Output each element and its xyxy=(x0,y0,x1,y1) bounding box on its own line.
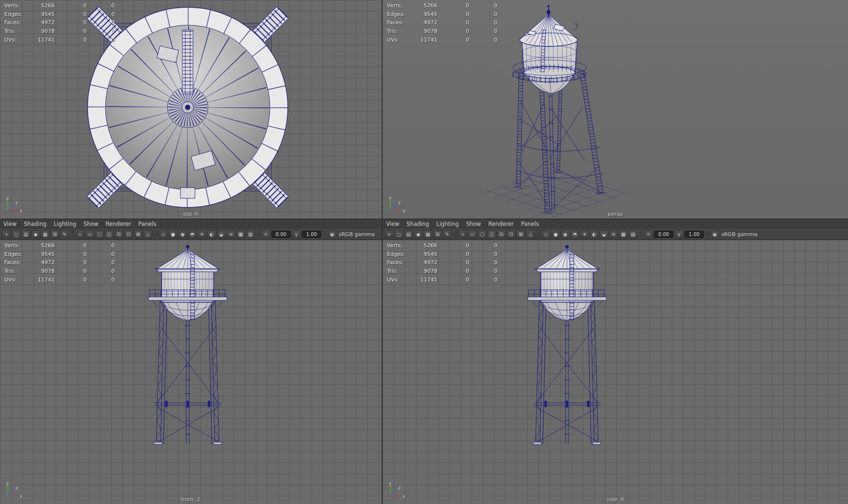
lock-camera-icon[interactable]: ◻ xyxy=(394,230,403,238)
wireframe-icon[interactable]: ◇ xyxy=(159,230,168,238)
menu-item[interactable]: View xyxy=(386,221,399,227)
front-view-wireframe xyxy=(0,240,382,504)
select-camera-icon[interactable]: ⌖ xyxy=(2,230,11,238)
bookmarks-icon[interactable]: ◆ xyxy=(31,230,40,238)
resolution-gate-icon[interactable]: ▢ xyxy=(477,230,487,238)
film-gate-icon[interactable]: ▭ xyxy=(468,230,477,238)
isolate-select-icon[interactable]: △ xyxy=(526,230,535,238)
color-management-icon[interactable]: ◉ xyxy=(710,230,719,238)
film-gate-icon[interactable]: ▭ xyxy=(85,230,94,238)
top-view-wireframe xyxy=(0,0,382,219)
resolution-gate-icon[interactable]: ▢ xyxy=(95,230,104,238)
safe-action-icon[interactable]: ⊡ xyxy=(506,230,516,238)
default-material-icon[interactable]: ◓ xyxy=(570,230,580,238)
menu-item[interactable]: View xyxy=(3,221,16,227)
isolate-select-icon[interactable]: △ xyxy=(143,230,152,238)
grid-icon[interactable]: ⌗ xyxy=(75,230,85,238)
axis-gizmo: x y z xyxy=(386,480,408,501)
textured-icon[interactable]: ◉ xyxy=(178,230,187,238)
gamma-field[interactable]: 1.00 xyxy=(684,231,704,238)
axis-gizmo: x y z xyxy=(386,195,408,215)
anti-alias-icon[interactable]: ▩ xyxy=(236,230,245,238)
xray-icon[interactable]: ▨ xyxy=(628,230,638,238)
lighting-icon[interactable]: ☀ xyxy=(580,230,589,238)
menu-item[interactable]: Panels xyxy=(521,221,539,227)
toolbar-separator xyxy=(538,231,539,237)
z-axis-label: z xyxy=(398,200,401,205)
field-chart-icon[interactable]: ⊟ xyxy=(497,230,506,238)
motion-blur-icon[interactable]: ≋ xyxy=(226,230,236,238)
camera-tools-group: ⌖◻▤◆▦⊞✎ xyxy=(2,230,69,238)
persp-view-wireframe xyxy=(383,0,848,219)
gate-mask-icon[interactable]: ◫ xyxy=(104,230,114,238)
gate-mask-icon[interactable]: ◫ xyxy=(487,230,496,238)
z-axis-label: z xyxy=(398,486,401,490)
select-camera-icon[interactable]: ⌖ xyxy=(385,230,394,238)
exposure-field[interactable]: 0.00 xyxy=(654,231,673,238)
textured-icon[interactable]: ◉ xyxy=(561,230,570,238)
exposure-icon[interactable]: ☼ xyxy=(644,230,653,238)
shaded-icon[interactable]: ● xyxy=(168,230,178,238)
grease-pencil-icon[interactable]: ✎ xyxy=(443,230,452,238)
ambient-occlusion-icon[interactable]: ◒ xyxy=(599,230,609,238)
bookmarks-icon[interactable]: ◆ xyxy=(414,230,423,238)
panel-front: ViewShadingLightingShowRendererPanels ⌖◻… xyxy=(0,220,382,504)
motion-blur-icon[interactable]: ≋ xyxy=(609,230,618,238)
safe-title-icon[interactable]: ⊠ xyxy=(516,230,525,238)
viewport-side[interactable]: Verts: 5266 0 0 Edges: 9545 0 0 Faces: xyxy=(383,240,848,504)
menu-item[interactable]: Show xyxy=(466,221,481,227)
gamma-icon[interactable]: γ xyxy=(292,230,301,238)
anti-alias-icon[interactable]: ▩ xyxy=(619,230,628,238)
gate-tools-group: ⌗▭▢◫⊟⊡⊠△ xyxy=(458,230,535,238)
camera-tools-group: ⌖◻▤◆▦⊞✎ xyxy=(385,230,452,238)
exposure-icon[interactable]: ☼ xyxy=(261,230,270,238)
safe-title-icon[interactable]: ⊠ xyxy=(134,230,143,238)
default-material-icon[interactable]: ◓ xyxy=(188,230,197,238)
menu-item[interactable]: Lighting xyxy=(436,221,459,227)
z-axis-icon xyxy=(8,490,15,496)
menu-item[interactable]: Panels xyxy=(138,221,156,227)
lock-camera-icon[interactable]: ◻ xyxy=(12,230,21,238)
toolbar-separator xyxy=(156,231,156,237)
menu-item[interactable]: Show xyxy=(84,221,99,227)
ambient-occlusion-icon[interactable]: ◒ xyxy=(217,230,226,238)
toolbar-separator xyxy=(73,231,73,237)
menu-item[interactable]: Shading xyxy=(406,221,429,227)
camera-attributes-icon[interactable]: ▤ xyxy=(404,230,413,238)
y-axis-label: y xyxy=(6,481,9,486)
color-management-icon[interactable]: ◉ xyxy=(327,230,337,238)
shadows-icon[interactable]: ◐ xyxy=(207,230,216,238)
gamma-field[interactable]: 1.00 xyxy=(302,231,321,238)
toolbar-separator xyxy=(258,231,259,237)
gate-tools-group: ⌗▭▢◫⊟⊡⊠△ xyxy=(75,230,152,238)
shadows-icon[interactable]: ◐ xyxy=(590,230,599,238)
shading-tools-group: ◇●◉◓☀◐◒≋▩▨ xyxy=(541,230,638,238)
camera-attributes-icon[interactable]: ▤ xyxy=(21,230,30,238)
image-plane-icon[interactable]: ▦ xyxy=(423,230,432,238)
y-axis-label: y xyxy=(389,195,392,200)
image-plane-icon[interactable]: ▦ xyxy=(41,230,50,238)
grid-icon[interactable]: ⌗ xyxy=(458,230,467,238)
menu-item[interactable]: Shading xyxy=(24,221,46,227)
pan-zoom-icon[interactable]: ⊞ xyxy=(50,230,60,238)
safe-action-icon[interactable]: ⊡ xyxy=(124,230,133,238)
y-axis-label: y xyxy=(389,481,392,486)
pan-zoom-icon[interactable]: ⊞ xyxy=(433,230,442,238)
menu-item[interactable]: Renderer xyxy=(489,221,514,227)
field-chart-icon[interactable]: ⊟ xyxy=(114,230,123,238)
panel-menubar: ViewShadingLightingShowRendererPanels xyxy=(0,220,382,229)
lighting-icon[interactable]: ☀ xyxy=(197,230,207,238)
viewport-top[interactable]: Verts: 5266 0 0 Edges: 9545 0 0 Faces: 4… xyxy=(0,0,382,219)
viewport-front[interactable]: Verts: 5266 0 0 Edges: 9545 0 0 Faces: xyxy=(0,240,382,504)
gamma-icon[interactable]: γ xyxy=(674,230,684,238)
menu-item[interactable]: Renderer xyxy=(106,221,132,227)
exposure-field[interactable]: 0.00 xyxy=(271,231,291,238)
grease-pencil-icon[interactable]: ✎ xyxy=(60,230,69,238)
viewport-persp[interactable]: Verts: 5266 0 0 Edges: 9545 0 0 Faces: 4… xyxy=(383,0,848,219)
maya-four-view-workspace: Verts: 5266 0 0 Edges: 9545 0 0 Faces: 4… xyxy=(0,0,848,504)
menu-item[interactable]: Lighting xyxy=(54,221,76,227)
wireframe-icon[interactable]: ◇ xyxy=(541,230,550,238)
xray-icon[interactable]: ▨ xyxy=(246,230,255,238)
panel-toolbar: ⌖◻▤◆▦⊞✎ ⌗▭▢◫⊟⊡⊠△ ◇●◉◓☀◐◒≋▩▨ ☼ 0.00 γ 1.0… xyxy=(383,229,848,240)
shaded-icon[interactable]: ● xyxy=(551,230,560,238)
